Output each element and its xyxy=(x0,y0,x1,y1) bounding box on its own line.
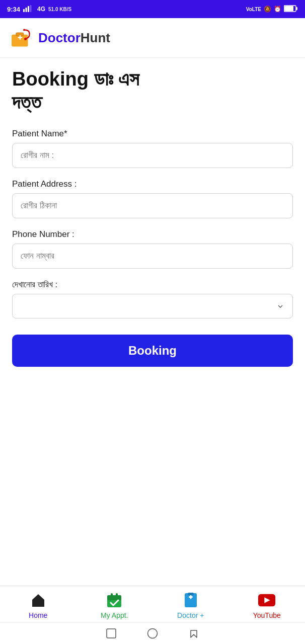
svg-rect-5 xyxy=(284,6,293,11)
svg-rect-6 xyxy=(296,7,298,10)
patient-address-label: Patient Address : xyxy=(12,179,293,189)
logo-icon xyxy=(9,25,34,50)
signal-icons xyxy=(23,5,34,14)
svg-rect-0 xyxy=(23,9,25,12)
data-speed: 51.0 KB/S xyxy=(48,7,71,12)
nav-appt-label: My Appt. xyxy=(101,611,128,619)
date-group: দেখানোর তারিখ : আজ আগামীকাল পরশু xyxy=(12,280,293,318)
svg-rect-24 xyxy=(107,629,116,638)
svg-rect-21 xyxy=(188,593,194,595)
home-button[interactable] xyxy=(147,628,158,639)
bottom-navigation: Home My Appt. Do xyxy=(0,586,305,622)
svg-point-12 xyxy=(23,29,25,31)
booking-button[interactable]: Booking xyxy=(12,335,293,367)
svg-point-25 xyxy=(148,629,158,638)
status-left: 9:34 4G 51.0 KB/S xyxy=(7,5,71,14)
home-icon xyxy=(29,591,47,609)
svg-rect-20 xyxy=(190,595,191,599)
logo: DoctorHunt xyxy=(9,25,110,50)
recents-button[interactable] xyxy=(188,628,199,639)
main-content: Booking ডাঃ এসদত্ত Patient Name* Patient… xyxy=(0,58,305,586)
svg-point-11 xyxy=(24,38,27,40)
nav-item-youtube[interactable]: YouTube xyxy=(247,591,287,619)
nav-item-home[interactable]: Home xyxy=(18,591,58,619)
logo-doctor: Doctor xyxy=(38,30,81,45)
alarm-icon: ⏰ xyxy=(274,6,281,13)
svg-rect-13 xyxy=(36,603,40,607)
back-button[interactable] xyxy=(106,628,117,639)
phone-number-group: Phone Number : xyxy=(12,229,293,269)
doctor-icon xyxy=(182,591,200,609)
date-select[interactable]: আজ আগামীকাল পরশু xyxy=(12,294,293,318)
phone-number-label: Phone Number : xyxy=(12,229,293,239)
status-bar: 9:34 4G 51.0 KB/S VoLTE 🔕 ⏰ xyxy=(0,0,305,18)
nav-home-label: Home xyxy=(29,611,47,619)
svg-rect-16 xyxy=(111,593,113,597)
nav-item-doctor[interactable]: Doctor + xyxy=(171,591,211,619)
nav-item-appt[interactable]: My Appt. xyxy=(94,591,134,619)
booking-word: Booking xyxy=(12,68,89,90)
patient-name-label: Patient Name* xyxy=(12,129,293,139)
youtube-icon xyxy=(258,591,276,609)
volte-icon: VoLTE xyxy=(246,7,261,12)
time: 9:34 xyxy=(7,6,20,13)
android-system-bar xyxy=(0,622,305,644)
patient-address-group: Patient Address : xyxy=(12,179,293,218)
nav-doctor-label: Doctor + xyxy=(177,611,204,619)
svg-rect-2 xyxy=(28,6,29,12)
svg-rect-15 xyxy=(107,595,121,600)
patient-name-group: Patient Name* xyxy=(12,129,293,168)
phone-number-input[interactable] xyxy=(12,244,293,269)
app-header: DoctorHunt xyxy=(0,18,305,58)
logo-hunt: Hunt xyxy=(81,30,110,45)
battery-icon xyxy=(284,5,298,14)
date-label: দেখানোর তারিখ : xyxy=(12,280,293,290)
calendar-icon xyxy=(105,591,123,609)
patient-address-input[interactable] xyxy=(12,193,293,218)
patient-name-input[interactable] xyxy=(12,143,293,168)
network-type: 4G xyxy=(37,6,45,13)
status-right: VoLTE 🔕 ⏰ xyxy=(246,5,298,14)
svg-rect-1 xyxy=(26,8,27,12)
logo-text: DoctorHunt xyxy=(38,30,110,46)
booking-title: Booking ডাঃ এসদত্ত xyxy=(12,68,293,114)
nav-youtube-label: YouTube xyxy=(253,611,281,619)
bell-icon: 🔕 xyxy=(264,6,271,13)
svg-rect-10 xyxy=(20,35,21,40)
svg-rect-17 xyxy=(116,593,118,597)
svg-rect-3 xyxy=(30,5,32,12)
